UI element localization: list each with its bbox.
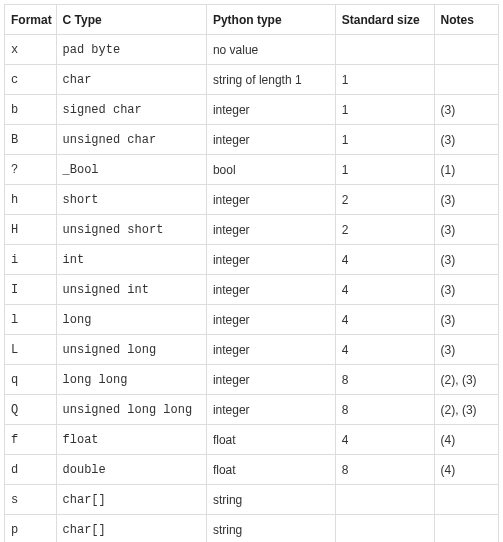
cell-format: x [5, 35, 57, 65]
cell-size: 4 [335, 275, 434, 305]
header-format: Format [5, 5, 57, 35]
table-row: Hunsigned shortinteger2(3) [5, 215, 499, 245]
cell-ctype: char[] [56, 485, 206, 515]
cell-size [335, 35, 434, 65]
cell-format: f [5, 425, 57, 455]
table-row: ffloatfloat4(4) [5, 425, 499, 455]
cell-ctype: unsigned long long [56, 395, 206, 425]
table-row: qlong longinteger8(2), (3) [5, 365, 499, 395]
cell-ctype: long [56, 305, 206, 335]
cell-notes: (3) [434, 215, 498, 245]
cell-size: 2 [335, 185, 434, 215]
cell-size: 8 [335, 365, 434, 395]
cell-format: i [5, 245, 57, 275]
cell-format: H [5, 215, 57, 245]
cell-format: q [5, 365, 57, 395]
cell-format: l [5, 305, 57, 335]
cell-ctype: int [56, 245, 206, 275]
format-table: Format C Type Python type Standard size … [4, 4, 499, 542]
cell-notes: (3) [434, 185, 498, 215]
header-ctype: C Type [56, 5, 206, 35]
cell-python: string of length 1 [206, 65, 335, 95]
cell-python: integer [206, 275, 335, 305]
cell-ctype: signed char [56, 95, 206, 125]
cell-notes: (2), (3) [434, 395, 498, 425]
cell-python: integer [206, 335, 335, 365]
cell-python: integer [206, 125, 335, 155]
table-row: pchar[]string [5, 515, 499, 543]
cell-notes: (2), (3) [434, 365, 498, 395]
cell-notes: (3) [434, 335, 498, 365]
cell-python: integer [206, 365, 335, 395]
cell-python: integer [206, 305, 335, 335]
cell-ctype: unsigned short [56, 215, 206, 245]
cell-notes: (3) [434, 125, 498, 155]
cell-format: s [5, 485, 57, 515]
cell-python: string [206, 485, 335, 515]
cell-format: I [5, 275, 57, 305]
table-row: ?_Boolbool1(1) [5, 155, 499, 185]
cell-notes: (3) [434, 275, 498, 305]
cell-notes: (1) [434, 155, 498, 185]
header-notes: Notes [434, 5, 498, 35]
cell-size: 1 [335, 125, 434, 155]
cell-format: p [5, 515, 57, 543]
cell-format: L [5, 335, 57, 365]
cell-python: bool [206, 155, 335, 185]
cell-python: integer [206, 245, 335, 275]
cell-size: 1 [335, 155, 434, 185]
cell-python: float [206, 425, 335, 455]
cell-format: d [5, 455, 57, 485]
cell-python: string [206, 515, 335, 543]
table-row: Bunsigned charinteger1(3) [5, 125, 499, 155]
cell-size: 4 [335, 305, 434, 335]
table-row: iintinteger4(3) [5, 245, 499, 275]
cell-ctype: pad byte [56, 35, 206, 65]
cell-notes [434, 65, 498, 95]
cell-size: 4 [335, 245, 434, 275]
cell-ctype: unsigned int [56, 275, 206, 305]
table-row: Lunsigned longinteger4(3) [5, 335, 499, 365]
table-header-row: Format C Type Python type Standard size … [5, 5, 499, 35]
cell-ctype: double [56, 455, 206, 485]
table-row: ddoublefloat8(4) [5, 455, 499, 485]
cell-size: 1 [335, 95, 434, 125]
table-row: schar[]string [5, 485, 499, 515]
cell-size: 4 [335, 425, 434, 455]
cell-notes: (3) [434, 305, 498, 335]
table-row: llonginteger4(3) [5, 305, 499, 335]
cell-python: integer [206, 215, 335, 245]
cell-python: float [206, 455, 335, 485]
cell-format: b [5, 95, 57, 125]
cell-notes [434, 35, 498, 65]
cell-ctype: float [56, 425, 206, 455]
cell-size: 1 [335, 65, 434, 95]
cell-ctype: _Bool [56, 155, 206, 185]
cell-ctype: unsigned char [56, 125, 206, 155]
cell-size: 8 [335, 455, 434, 485]
cell-format: ? [5, 155, 57, 185]
cell-format: c [5, 65, 57, 95]
cell-format: B [5, 125, 57, 155]
header-python: Python type [206, 5, 335, 35]
table-row: ccharstring of length 11 [5, 65, 499, 95]
cell-size: 8 [335, 395, 434, 425]
cell-notes [434, 515, 498, 543]
cell-format: h [5, 185, 57, 215]
cell-size: 4 [335, 335, 434, 365]
cell-ctype: char [56, 65, 206, 95]
table-row: hshortinteger2(3) [5, 185, 499, 215]
table-row: Iunsigned intinteger4(3) [5, 275, 499, 305]
cell-size [335, 485, 434, 515]
cell-python: integer [206, 95, 335, 125]
cell-ctype: short [56, 185, 206, 215]
cell-notes: (3) [434, 245, 498, 275]
cell-ctype: unsigned long [56, 335, 206, 365]
cell-notes: (4) [434, 425, 498, 455]
table-row: xpad byteno value [5, 35, 499, 65]
cell-format: Q [5, 395, 57, 425]
table-row: bsigned charinteger1(3) [5, 95, 499, 125]
cell-size: 2 [335, 215, 434, 245]
cell-python: integer [206, 395, 335, 425]
cell-notes [434, 485, 498, 515]
